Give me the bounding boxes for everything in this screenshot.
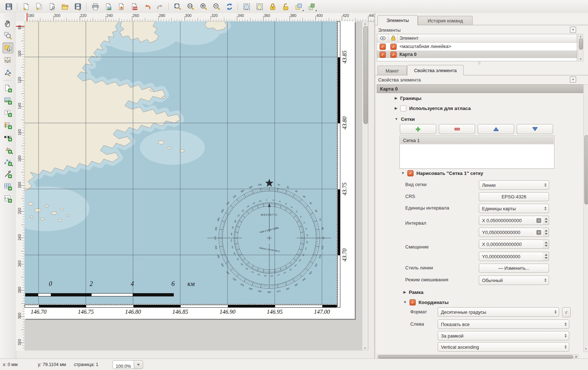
grid-list[interactable]: Сетка 1 [399, 136, 554, 169]
lock-items-icon[interactable] [268, 1, 278, 12]
offset-x-spinner[interactable] [543, 239, 549, 249]
properties-hscrollbar-thumb[interactable] [378, 355, 573, 358]
item-label[interactable]: <масштабная линейка> [399, 44, 451, 49]
close-icon[interactable]: ✕ [570, 27, 576, 33]
left-position-combo[interactable]: За рамкой [438, 331, 569, 340]
add-scalebar-icon[interactable] [3, 132, 13, 142]
group-grids[interactable]: ▼Сетки [395, 115, 415, 123]
group-borders[interactable]: ▶Границы [395, 94, 421, 102]
add-table-icon[interactable] [3, 181, 13, 191]
data-defined-override-button[interactable]: ε [562, 307, 571, 317]
interval-y-spinner[interactable] [543, 228, 549, 237]
select-item-icon[interactable] [3, 43, 13, 53]
scalebar-item[interactable] [25, 293, 174, 296]
group-coordinates[interactable]: ▼✓Координаты [403, 299, 448, 306]
draw-grid-toggle[interactable]: ▼✓Нарисовать "Сетка 1" сетку [401, 169, 483, 177]
duplicate-layout-icon[interactable] [34, 1, 44, 12]
tab-item-properties[interactable]: Свойства элемента [407, 65, 464, 75]
items-vscrollbar[interactable]: ▲ ▼ [578, 34, 583, 61]
close-icon[interactable]: ✕ [570, 76, 576, 83]
zoom-full-icon[interactable] [172, 1, 182, 12]
toolbar-grip[interactable]: ··· [5, 14, 9, 17]
properties-vscrollbar[interactable]: ▼ [583, 84, 588, 352]
add-image-icon[interactable] [3, 95, 13, 105]
grid-up-button[interactable] [478, 124, 514, 134]
offset-x-field[interactable]: X 0,000000000000 [479, 239, 544, 249]
visibility-checkbox[interactable]: ✓ [380, 44, 386, 50]
deselect-items-icon[interactable] [255, 1, 265, 12]
properties-hscrollbar[interactable]: ▶ [377, 354, 579, 358]
zoom-out-icon[interactable] [211, 1, 221, 12]
line-style-button[interactable]: — Изменить... [479, 264, 549, 273]
zoom-level-field[interactable]: 100.0% [112, 360, 134, 369]
layout-canvas[interactable]: 0010102020303040405050606070708080909010… [25, 21, 368, 351]
group-items-icon[interactable]: ▾ [293, 1, 304, 12]
canvas-vscrollbar[interactable]: ▲ ▼ [362, 21, 368, 351]
tab-layout[interactable]: Макет [377, 66, 407, 75]
refresh-icon[interactable] [224, 1, 234, 12]
map-item[interactable]: 0010102020303040405050606070708080909010… [25, 21, 337, 304]
print-icon[interactable] [90, 1, 100, 12]
tab-history[interactable]: История команд [418, 16, 473, 25]
open-layout-icon[interactable] [60, 1, 70, 12]
zoom-dropdown-button[interactable] [134, 360, 143, 369]
edit-nodes-icon[interactable] [3, 67, 13, 77]
redo-icon[interactable] [155, 1, 165, 12]
add-page-icon[interactable] [3, 83, 13, 93]
add-arrow-icon[interactable] [3, 169, 13, 179]
interval-units-combo[interactable]: Единицы карты [479, 204, 549, 213]
zoom-actual-icon[interactable]: 1:1 [185, 1, 195, 12]
offset-y-spinner[interactable] [543, 252, 549, 261]
visibility-checkbox[interactable]: ✓ [380, 52, 386, 58]
layout-manager-icon[interactable] [47, 1, 57, 12]
interval-x-spinner[interactable] [543, 216, 549, 225]
group-frame[interactable]: ▶Рамка [403, 288, 424, 296]
offset-y-field[interactable]: Y0,000000000000 [479, 252, 544, 261]
add-grid-button[interactable] [400, 124, 436, 134]
left-display-combo[interactable]: Показать все [438, 320, 569, 329]
interval-x-field[interactable]: X 0,050000000000✕ [479, 216, 544, 225]
undo-icon[interactable] [142, 1, 152, 12]
add-shape-icon[interactable]: ▾ [3, 144, 13, 154]
format-combo[interactable]: Десятичные градусы [438, 307, 559, 317]
crs-button[interactable]: EPSG:4326 [479, 192, 549, 201]
left-direction-combo[interactable]: Vertical ascending [438, 342, 569, 352]
zoom-in-icon[interactable] [198, 1, 208, 12]
remove-grid-button[interactable] [439, 124, 475, 134]
item-row-scalebar[interactable]: ✓ ✓ <масштабная линейка> [377, 43, 577, 50]
interval-y-field[interactable]: Y0,050000000000✕ [479, 228, 544, 237]
group-atlas[interactable]: ▶Используется для атласа [395, 105, 471, 112]
add-legend-icon[interactable] [3, 120, 13, 130]
export-image-icon[interactable] [103, 1, 113, 12]
save-icon[interactable] [4, 1, 14, 12]
move-content-icon[interactable] [3, 55, 13, 65]
add-label-icon[interactable]: T [3, 107, 13, 118]
raise-items-icon[interactable]: ▾ [306, 1, 317, 12]
blend-mode-combo[interactable]: Обычный [479, 276, 549, 285]
grid-list-item[interactable]: Сетка 1 [400, 136, 554, 144]
properties-vscrollbar-thumb[interactable] [584, 135, 588, 204]
unlock-items-icon[interactable] [280, 1, 291, 12]
items-vscrollbar-thumb[interactable] [579, 38, 583, 50]
add-html-icon[interactable] [3, 193, 13, 203]
pan-icon[interactable] [3, 18, 13, 28]
canvas-vscrollbar-thumb[interactable] [363, 26, 368, 124]
lock-checkbox[interactable]: ✓ [390, 52, 397, 58]
save-as-icon[interactable] [73, 1, 83, 12]
export-svg-icon[interactable] [116, 1, 126, 12]
lock-checkbox[interactable]: ✓ [390, 44, 397, 50]
select-items-icon[interactable] [242, 1, 252, 12]
clear-icon[interactable]: ✕ [536, 230, 541, 235]
item-label[interactable]: Карта 0 [399, 52, 417, 57]
export-pdf-icon[interactable]: PDF [129, 1, 139, 12]
add-nodes-item-icon[interactable]: ▾ [3, 157, 13, 167]
item-row-map[interactable]: ✓ ✓ Карта 0 [377, 50, 577, 58]
grid-down-button[interactable] [517, 124, 553, 134]
new-layout-icon[interactable] [21, 1, 31, 12]
tab-items[interactable]: Элементы [377, 15, 418, 25]
layout-page[interactable]: 0010102020303040405050606070708080909010… [25, 21, 355, 319]
dock-splitter-handle[interactable]: ⠿ [478, 61, 481, 65]
clear-icon[interactable]: ✕ [536, 218, 541, 223]
zoom-tool-icon[interactable] [3, 30, 13, 40]
grid-type-combo[interactable]: Линии [479, 180, 549, 190]
